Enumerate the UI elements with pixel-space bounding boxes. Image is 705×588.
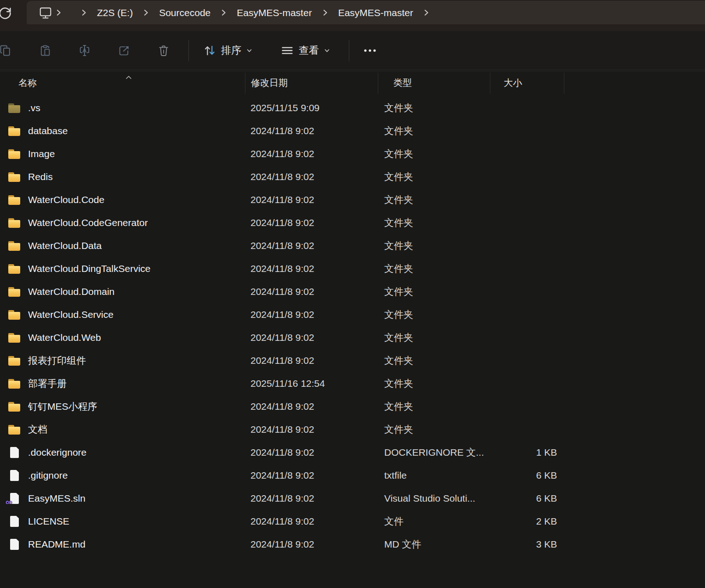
breadcrumb-chevron[interactable] bbox=[80, 8, 88, 17]
file-date: 2024/11/8 9:02 bbox=[245, 240, 378, 251]
trash-icon bbox=[157, 44, 170, 57]
rename-button[interactable]: A bbox=[72, 38, 97, 63]
file-icon bbox=[8, 470, 21, 481]
chevron-right-icon bbox=[324, 10, 327, 15]
breadcrumb-item[interactable]: EasyMES-master bbox=[229, 6, 319, 20]
view-icon bbox=[280, 44, 294, 57]
file-name: WaterCloud.Web bbox=[28, 332, 101, 343]
more-options-button[interactable] bbox=[357, 39, 383, 62]
file-name: .dockerignore bbox=[28, 447, 86, 458]
file-name: .vs bbox=[28, 102, 40, 113]
breadcrumb-item[interactable]: Sourcecode bbox=[151, 6, 218, 20]
file-date: 2025/11/16 12:54 bbox=[245, 378, 378, 389]
sort-ascending-indicator bbox=[125, 71, 132, 82]
file-name: Redis bbox=[28, 171, 53, 182]
file-name: README.md bbox=[28, 539, 85, 550]
file-row[interactable]: README.md 2024/11/8 9:02 MD 文件 3 KB bbox=[0, 533, 705, 556]
breadcrumb-chevron[interactable] bbox=[142, 8, 150, 17]
share-icon bbox=[118, 44, 131, 57]
file-type: 文件夹 bbox=[378, 331, 490, 344]
delete-button[interactable] bbox=[151, 38, 176, 63]
file-date: 2024/11/8 9:02 bbox=[245, 286, 378, 297]
file-name: WaterCloud.CodeGenerator bbox=[28, 217, 148, 228]
chevron-right-icon bbox=[425, 10, 428, 15]
file-row[interactable]: 文档 2024/11/8 9:02 文件夹 bbox=[0, 418, 705, 441]
file-type: 文件夹 bbox=[378, 423, 490, 436]
file-name: database bbox=[28, 125, 68, 136]
file-row[interactable]: 报表打印组件 2024/11/8 9:02 文件夹 bbox=[0, 349, 705, 372]
file-date: 2024/11/8 9:02 bbox=[245, 332, 378, 343]
file-row[interactable]: Image 2024/11/8 9:02 文件夹 bbox=[0, 142, 705, 165]
file-type: 文件夹 bbox=[378, 377, 490, 390]
breadcrumb-item[interactable]: Z2S (E:) bbox=[89, 6, 141, 20]
file-icon bbox=[8, 194, 21, 205]
file-date: 2024/11/8 9:02 bbox=[245, 516, 378, 527]
file-size: 3 KB bbox=[490, 539, 564, 550]
file-row[interactable]: WaterCloud.Web 2024/11/8 9:02 文件夹 bbox=[0, 326, 705, 349]
file-row[interactable]: WaterCloud.DingTalkService 2024/11/8 9:0… bbox=[0, 257, 705, 280]
copy-icon bbox=[0, 44, 12, 57]
file-icon bbox=[8, 355, 21, 366]
file-row[interactable]: EasyMES.sln 2024/11/8 9:02 Visual Studio… bbox=[0, 487, 705, 510]
refresh-icon bbox=[0, 5, 13, 21]
file-row[interactable]: .dockerignore 2024/11/8 9:02 DOCKERIGNOR… bbox=[0, 441, 705, 464]
share-button[interactable] bbox=[111, 38, 137, 63]
file-row[interactable]: Redis 2024/11/8 9:02 文件夹 bbox=[0, 165, 705, 188]
file-icon bbox=[8, 378, 21, 389]
file-row[interactable]: database 2024/11/8 9:02 文件夹 bbox=[0, 119, 705, 142]
file-row[interactable]: WaterCloud.Code 2024/11/8 9:02 文件夹 bbox=[0, 188, 705, 211]
column-header-date[interactable]: 修改日期 bbox=[245, 73, 378, 94]
column-header-size[interactable]: 大小 bbox=[490, 73, 564, 94]
file-name: WaterCloud.Data bbox=[28, 240, 102, 251]
file-row[interactable]: WaterCloud.Data 2024/11/8 9:02 文件夹 bbox=[0, 234, 705, 257]
file-row[interactable]: .vs 2025/11/15 9:09 文件夹 bbox=[0, 96, 705, 119]
file-icon bbox=[8, 263, 21, 274]
sort-icon bbox=[203, 44, 216, 57]
copy-button[interactable] bbox=[0, 38, 18, 63]
file-row[interactable]: WaterCloud.CodeGenerator 2024/11/8 9:02 … bbox=[0, 211, 705, 234]
file-type: 文件夹 bbox=[378, 102, 490, 114]
breadcrumb-chevron[interactable] bbox=[55, 8, 63, 17]
file-date: 2024/11/8 9:02 bbox=[245, 539, 378, 550]
file-icon bbox=[8, 286, 21, 297]
file-type: 文件夹 bbox=[378, 239, 490, 252]
this-pc-button[interactable] bbox=[38, 5, 53, 21]
file-name: 报表打印组件 bbox=[28, 354, 86, 367]
file-type: 文件夹 bbox=[378, 124, 490, 137]
file-type: 文件夹 bbox=[378, 400, 490, 413]
file-date: 2024/11/8 9:02 bbox=[245, 194, 378, 205]
paste-button[interactable] bbox=[32, 38, 58, 63]
file-name: Image bbox=[28, 148, 55, 159]
file-row[interactable]: 钉钉MES小程序 2024/11/8 9:02 文件夹 bbox=[0, 395, 705, 418]
column-header-type[interactable]: 类型 bbox=[378, 73, 490, 94]
sort-button[interactable]: 排序 bbox=[197, 40, 258, 61]
file-type: txtfile bbox=[378, 470, 490, 481]
refresh-button[interactable] bbox=[0, 4, 16, 22]
view-button[interactable]: 查看 bbox=[275, 40, 336, 61]
file-date: 2024/11/8 9:02 bbox=[245, 401, 378, 412]
file-row[interactable]: LICENSE 2024/11/8 9:02 文件 2 KB bbox=[0, 510, 705, 533]
breadcrumb-chevron[interactable] bbox=[220, 8, 227, 17]
file-type: 文件 bbox=[378, 515, 490, 528]
file-explorer-window: Z2S (E:) Sourcecode EasyMES-master EasyM… bbox=[0, 0, 705, 588]
file-type: 文件夹 bbox=[378, 193, 490, 206]
file-icon bbox=[8, 539, 21, 550]
sort-label: 排序 bbox=[221, 44, 241, 57]
titlebar: Z2S (E:) Sourcecode EasyMES-master EasyM… bbox=[0, 0, 705, 31]
file-row[interactable]: WaterCloud.Domain 2024/11/8 9:02 文件夹 bbox=[0, 280, 705, 303]
breadcrumb-chevron[interactable] bbox=[321, 8, 329, 17]
file-row[interactable]: WaterCloud.Service 2024/11/8 9:02 文件夹 bbox=[0, 303, 705, 326]
file-name: 钉钉MES小程序 bbox=[28, 400, 97, 413]
file-type: Visual Studio Soluti... bbox=[378, 493, 490, 504]
file-size: 6 KB bbox=[490, 493, 564, 504]
file-list: .vs 2025/11/15 9:09 文件夹 database 2024/11… bbox=[0, 96, 705, 556]
file-row[interactable]: .gitignore 2024/11/8 9:02 txtfile 6 KB bbox=[0, 464, 705, 487]
file-icon bbox=[8, 125, 21, 136]
file-date: 2024/11/8 9:02 bbox=[245, 355, 378, 366]
file-type: 文件夹 bbox=[378, 170, 490, 183]
breadcrumb-chevron[interactable] bbox=[422, 8, 430, 17]
column-header-name[interactable]: 名称 bbox=[0, 73, 245, 94]
breadcrumb-item[interactable]: EasyMES-master bbox=[330, 6, 421, 20]
file-name: LICENSE bbox=[28, 516, 69, 527]
file-row[interactable]: 部署手册 2025/11/16 12:54 文件夹 bbox=[0, 372, 705, 395]
